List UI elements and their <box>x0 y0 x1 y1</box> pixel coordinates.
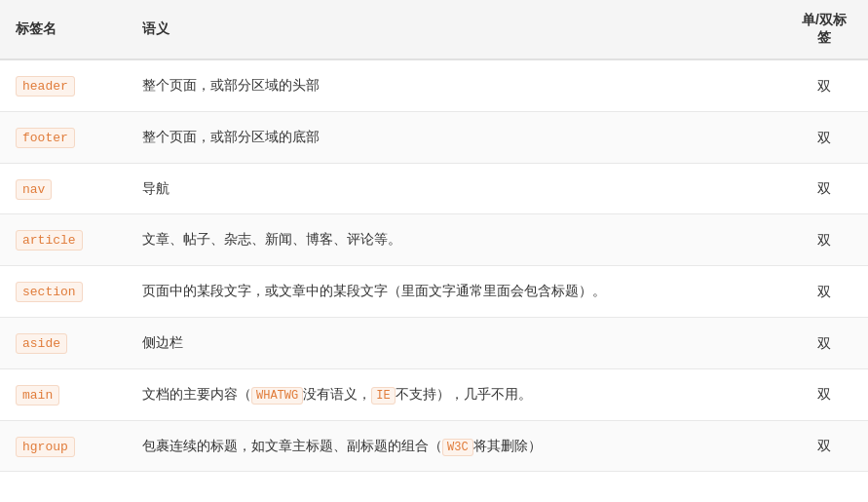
table-row: article文章、帖子、杂志、新闻、博客、评论等。双 <box>0 214 868 266</box>
html-tags-table: 标签名 语义 单/双标签 header整个页面，或部分区域的头部双footer整… <box>0 0 868 472</box>
tag-label: article <box>16 230 83 251</box>
table-row: footer整个页面，或部分区域的底部双 <box>0 111 868 163</box>
tag-cell: article <box>0 214 127 266</box>
type-cell: 双 <box>780 163 868 214</box>
table-row: main文档的主要内容（WHATWG没有语义，IE不支持），几乎不用。双 <box>0 368 868 420</box>
table-row: section页面中的某段文字，或文章中的某段文字（里面文字通常里面会包含标题）… <box>0 266 868 318</box>
tag-cell: header <box>0 59 127 111</box>
table-container: 标签名 语义 单/双标签 header整个页面，或部分区域的头部双footer整… <box>0 0 868 472</box>
inline-tag: IE <box>371 387 395 405</box>
table-row: aside侧边栏双 <box>0 317 868 368</box>
type-cell: 双 <box>780 214 868 266</box>
tag-label: hgroup <box>16 437 75 457</box>
tag-cell: hgroup <box>0 420 127 472</box>
semantics-cell: 文档的主要内容（WHATWG没有语义，IE不支持），几乎不用。 <box>127 368 780 420</box>
type-cell: 双 <box>780 317 868 368</box>
semantics-cell: 侧边栏 <box>127 317 780 368</box>
tag-label: aside <box>16 333 67 354</box>
table-row: nav导航双 <box>0 163 868 214</box>
type-cell: 双 <box>780 266 868 318</box>
table-row: header整个页面，或部分区域的头部双 <box>0 59 868 111</box>
table-header-row: 标签名 语义 单/双标签 <box>0 0 868 59</box>
tag-cell: section <box>0 266 127 318</box>
tag-label: section <box>16 282 83 302</box>
type-header-label: 单/双标签 <box>802 12 847 45</box>
type-cell: 双 <box>780 420 868 472</box>
semantics-cell: 页面中的某段文字，或文章中的某段文字（里面文字通常里面会包含标题）。 <box>127 266 780 318</box>
tag-label: main <box>16 385 59 405</box>
semantics-header: 语义 <box>127 0 780 59</box>
tag-label: nav <box>16 179 52 200</box>
tag-cell: footer <box>0 111 127 163</box>
type-header: 单/双标签 <box>780 0 868 59</box>
tag-name-header: 标签名 <box>0 0 127 59</box>
inline-tag: WHATWG <box>251 387 303 405</box>
semantics-cell: 整个页面，或部分区域的头部 <box>127 59 780 111</box>
type-cell: 双 <box>780 368 868 420</box>
semantics-cell: 包裹连续的标题，如文章主标题、副标题的组合（W3C将其删除） <box>127 420 780 472</box>
tag-cell: nav <box>0 163 127 214</box>
semantics-cell: 文章、帖子、杂志、新闻、博客、评论等。 <box>127 214 780 266</box>
semantics-cell: 整个页面，或部分区域的底部 <box>127 111 780 163</box>
inline-tag: W3C <box>442 439 473 456</box>
table-row: hgroup包裹连续的标题，如文章主标题、副标题的组合（W3C将其删除）双 <box>0 420 868 472</box>
tag-label: footer <box>16 128 75 148</box>
type-cell: 双 <box>780 59 868 111</box>
tag-cell: aside <box>0 317 127 368</box>
semantics-cell: 导航 <box>127 163 780 214</box>
tag-label: header <box>16 76 75 97</box>
type-cell: 双 <box>780 111 868 163</box>
tag-cell: main <box>0 368 127 420</box>
